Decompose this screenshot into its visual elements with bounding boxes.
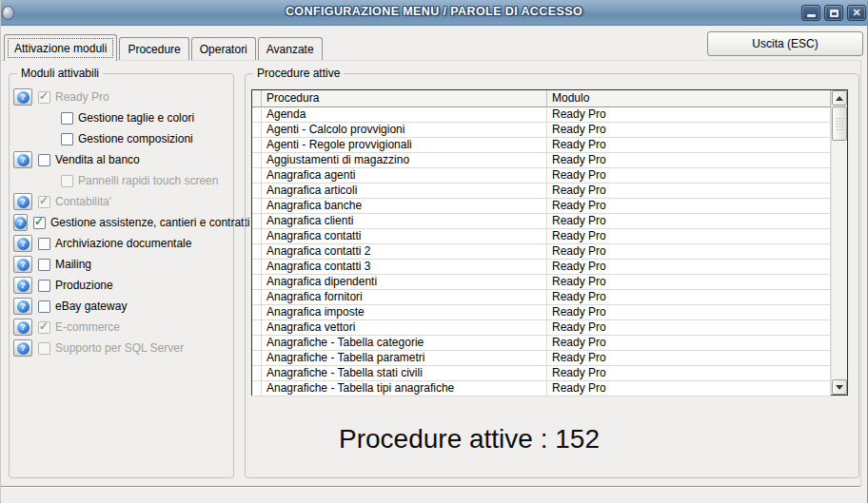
table-row[interactable]: Anagrafica contatti 3 Ready Pro	[252, 260, 831, 275]
module-checkbox[interactable]: ✓	[61, 112, 73, 125]
module-checkbox[interactable]: ✓	[38, 196, 50, 208]
module-row: ? ✓ Mailing	[10, 254, 233, 275]
module-checkbox[interactable]: ✓	[38, 91, 50, 104]
cell-procedura: Agenti - Regole provvigionali	[262, 138, 547, 153]
tab[interactable]: Procedure	[119, 37, 188, 60]
close-icon: ✕	[852, 8, 860, 18]
row-selector-cell	[252, 305, 262, 320]
cell-procedura: Anagrafica clienti	[262, 214, 547, 229]
table-row[interactable]: Agenti - Calcolo provvigioni Ready Pro	[252, 123, 831, 138]
checkmark-icon: ✓	[39, 319, 49, 333]
help-button[interactable]: ?	[13, 88, 32, 106]
table-row[interactable]: Anagrafica contatti Ready Pro	[252, 229, 831, 244]
procedures-table-grid: Procedura Modulo Agenda Ready Pro Agenti…	[252, 90, 831, 395]
arrow-down-icon	[836, 385, 843, 390]
table-row[interactable]: Anagrafica contatti 2 Ready Pro	[252, 244, 831, 260]
header-modulo[interactable]: Modulo	[547, 90, 831, 107]
help-icon: ?	[17, 300, 30, 313]
module-checkbox[interactable]: ✓	[38, 259, 50, 271]
help-button[interactable]: ?	[13, 151, 32, 168]
module-row: ? ✓ Pannelli rapidi touch screen	[10, 170, 233, 191]
cell-modulo: Ready Pro	[547, 168, 831, 184]
module-checkbox[interactable]: ✓	[38, 300, 50, 313]
help-icon: ?	[17, 196, 30, 208]
exit-button[interactable]: Uscita (ESC)	[707, 31, 863, 56]
module-checkbox[interactable]: ✓	[38, 342, 50, 355]
tab-label: Operatori	[200, 43, 247, 56]
help-icon: ?	[17, 154, 30, 166]
module-label: Supporto per SQL Server	[55, 341, 184, 355]
module-checkbox[interactable]: ✓	[38, 154, 50, 166]
table-row[interactable]: Anagrafica articoli Ready Pro	[252, 184, 831, 199]
cell-modulo: Ready Pro	[547, 336, 831, 351]
checkmark-icon: ✓	[34, 215, 44, 228]
module-label: Pannelli rapidi touch screen	[78, 174, 218, 187]
table-row[interactable]: Anagrafica agenti Ready Pro	[252, 168, 831, 184]
help-button[interactable]: ?	[13, 319, 32, 336]
modules-list: ? ✓ Ready Pro ? ✓ Gestione tagli	[10, 74, 233, 477]
minimize-button[interactable]	[801, 5, 820, 21]
module-checkbox[interactable]: ✓	[33, 217, 46, 229]
tab[interactable]: Operatori	[191, 37, 256, 60]
scroll-down-button[interactable]	[832, 379, 847, 395]
cell-modulo: Ready Pro	[547, 260, 831, 275]
cell-modulo: Ready Pro	[547, 366, 831, 381]
window-title: CONFIGURAZIONE MENU / PAROLE DI ACCESSO	[1, 5, 867, 18]
table-row[interactable]: Anagrafica fornitori Ready Pro	[252, 290, 831, 305]
row-selector-cell	[252, 153, 262, 168]
cell-modulo: Ready Pro	[547, 107, 831, 123]
table-row[interactable]: Anagrafica imposte Ready Pro	[252, 305, 831, 320]
table-row[interactable]: Agenti - Regole provvigionali Ready Pro	[252, 138, 831, 153]
table-row[interactable]: Anagrafica vettori Ready Pro	[252, 320, 831, 336]
row-selector-cell	[252, 199, 262, 214]
table-row[interactable]: Anagrafiche - Tabella tipi anagrafiche R…	[252, 381, 831, 397]
table-row[interactable]: Aggiustamenti di magazzino Ready Pro	[252, 153, 831, 168]
tab[interactable]: Avanzate	[258, 37, 323, 60]
module-row: ? ✓ Supporto per SQL Server	[10, 338, 233, 358]
module-checkbox[interactable]: ✓	[61, 133, 73, 145]
cell-modulo: Ready Pro	[547, 229, 831, 244]
table-row[interactable]: Anagrafiche - Tabella parametri Ready Pr…	[252, 351, 831, 366]
module-checkbox[interactable]: ✓	[38, 321, 50, 334]
table-row[interactable]: Anagrafica dipendenti Ready Pro	[252, 275, 831, 290]
help-button[interactable]: ?	[13, 339, 32, 357]
module-row: ? ✓ Ready Pro	[10, 87, 233, 107]
module-checkbox[interactable]: ✓	[38, 280, 50, 292]
module-row: ? ✓ Contabilita'	[10, 191, 233, 212]
cell-procedura: Anagrafica dipendenti	[262, 275, 547, 290]
help-button[interactable]: ?	[13, 277, 32, 294]
help-button[interactable]: ?	[13, 298, 32, 315]
module-row: ? ✓ Gestione composizioni	[10, 128, 233, 149]
minimize-icon	[807, 14, 816, 17]
tab[interactable]: Attivazione moduli	[4, 34, 117, 61]
cell-procedura: Anagrafiche - Tabella tipi anagrafiche	[262, 381, 547, 397]
module-label: eBay gateway	[55, 300, 127, 313]
table-row[interactable]: Anagrafiche - Tabella stati civili Ready…	[252, 366, 831, 381]
help-button[interactable]: ?	[13, 214, 28, 231]
module-row: ? ✓ Gestione taglie e colori	[10, 107, 233, 128]
module-checkbox[interactable]: ✓	[38, 238, 50, 250]
row-selector-cell	[252, 351, 262, 366]
table-row[interactable]: Anagrafiche - Tabella categorie Ready Pr…	[252, 336, 831, 351]
module-checkbox[interactable]: ✓	[61, 175, 73, 187]
help-button[interactable]: ?	[13, 193, 32, 210]
header-procedura[interactable]: Procedura	[262, 90, 547, 107]
table-row[interactable]: Agenda Ready Pro	[252, 107, 831, 123]
cell-modulo: Ready Pro	[547, 290, 831, 305]
vertical-scrollbar[interactable]	[831, 90, 847, 395]
row-selector-cell	[252, 214, 262, 229]
row-selector-cell	[252, 336, 262, 351]
scrollbar-thumb[interactable]	[832, 106, 847, 141]
table-row[interactable]: Anagrafica clienti Ready Pro	[252, 214, 831, 229]
close-button[interactable]: ✕	[847, 5, 866, 21]
cell-modulo: Ready Pro	[547, 351, 831, 366]
cell-modulo: Ready Pro	[547, 320, 831, 336]
help-button[interactable]: ?	[13, 235, 32, 252]
module-row: ? ✓ eBay gateway	[10, 296, 233, 317]
maximize-button[interactable]	[824, 5, 843, 21]
cell-procedura: Anagrafiche - Tabella parametri	[262, 351, 547, 366]
row-selector-cell	[252, 168, 262, 184]
help-button[interactable]: ?	[13, 256, 32, 273]
scroll-up-button[interactable]	[832, 90, 847, 106]
table-row[interactable]: Anagrafica banche Ready Pro	[252, 199, 831, 214]
